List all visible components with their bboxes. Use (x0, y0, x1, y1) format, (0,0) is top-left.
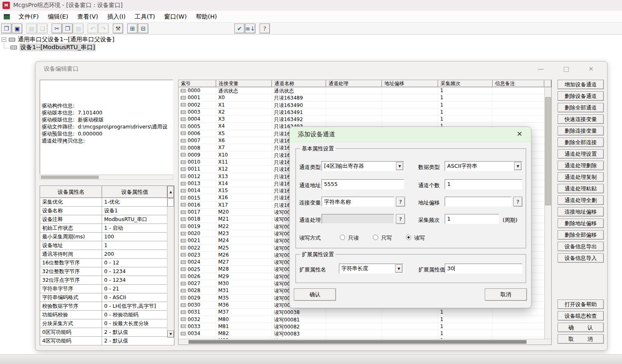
property-row[interactable]: 设备名称 设备1 (40, 207, 174, 215)
property-row[interactable]: 采集优化 1-优化 (40, 198, 174, 207)
dialog-cancel-button[interactable]: 取消 (485, 288, 527, 301)
channel-table-vscrollbar[interactable] (544, 87, 551, 339)
channel-count-input[interactable]: 1 (445, 179, 522, 189)
menu-item[interactable]: 插入(I) (102, 11, 130, 22)
save-icon[interactable]: ▣ (12, 24, 22, 33)
side-button[interactable]: 快速连接变量 (558, 114, 604, 124)
side-button[interactable]: 设备信息导出 (558, 242, 604, 251)
address-offset-input[interactable] (445, 197, 512, 207)
radio-read-write-label[interactable]: 读写 (414, 234, 425, 242)
property-row[interactable]: 32位浮点字节序 0 - 1234 (40, 276, 174, 285)
ext-attr-name-select[interactable]: 字符串长度 ▼ (339, 264, 403, 274)
menu-item[interactable]: 编辑(E) (43, 11, 73, 22)
tree-child-label[interactable]: 设备1--[ModbusRTU_串口] (19, 43, 96, 51)
channel-row[interactable]: 0032 M80 读写00081 1 (179, 316, 545, 323)
side-button[interactable]: 删除地址偏移 (558, 219, 604, 228)
dialog-close-icon[interactable]: ✕ (515, 130, 524, 138)
channel-type-select[interactable]: [4区]输出寄存器 ▼ (322, 161, 404, 171)
tree-item-child-device[interactable]: 设备1--[ModbusRTU_串口] (0, 43, 114, 51)
channel-row[interactable]: 0031 M37 读写00038 1 (179, 309, 545, 316)
menu-item[interactable]: 窗口(W) (160, 11, 191, 22)
chevron-down-icon[interactable]: ▼ (514, 162, 522, 170)
collect-freq-input[interactable]: 1 (445, 214, 499, 224)
property-row[interactable]: 4区写功能码 2 - 默认值 (40, 337, 174, 345)
driver-info-hscrollbar[interactable] (40, 175, 173, 180)
radio-read-only[interactable] (340, 235, 345, 240)
side-bottom-button[interactable]: 取 消 (558, 334, 604, 344)
menu-item[interactable]: 查看(V) (73, 11, 102, 22)
property-row[interactable]: 校验数据字节序 0 - LH[低字节,高字节] (40, 302, 174, 311)
tree-structure-alt-icon[interactable]: ⊟ (138, 24, 148, 33)
ch-header-offset[interactable]: 地址偏移 (382, 80, 438, 87)
print-preview-icon[interactable]: ❏ (37, 24, 48, 33)
ch-header-note[interactable]: 信息备注 (493, 80, 544, 87)
data-type-select[interactable]: ASCII字符串 ▼ (445, 161, 522, 171)
copy-icon[interactable]: ❐ (62, 24, 73, 33)
redo-icon[interactable]: ↷ (98, 24, 109, 33)
help-icon[interactable]: ? (260, 24, 270, 33)
cut-icon[interactable]: ✂ (52, 24, 62, 33)
side-button[interactable]: 通道处理设置 (558, 149, 604, 159)
tree-parent-label[interactable]: 通用串口父设备1--[通用串口父设备] (18, 36, 114, 43)
side-button[interactable]: 删除设备通道 (558, 91, 604, 101)
property-row[interactable]: 最小采集周期(ms) 100 (40, 233, 174, 241)
scroll-up-icon[interactable]: ▲ (167, 186, 174, 198)
side-bottom-button[interactable]: 设备组态检查 (558, 311, 604, 321)
prop-table-vscrollbar[interactable]: ▼ (167, 198, 174, 338)
tree-structure-icon[interactable]: ⊞ (127, 24, 138, 33)
print-icon[interactable]: ▤ (26, 24, 37, 33)
side-button[interactable]: 删除全部连接 (558, 138, 604, 147)
vscroll-thumb[interactable] (545, 97, 551, 205)
syntax-check-icon[interactable]: ✔ (234, 24, 245, 33)
side-bottom-button[interactable]: 确 认 (558, 323, 604, 332)
link-variable-input[interactable]: 字符串名称 (322, 197, 394, 207)
side-button[interactable]: 增加设备通道 (558, 80, 604, 89)
ch-header-index[interactable]: 索引 (179, 80, 216, 87)
paste-icon[interactable]: ▤ (73, 24, 83, 33)
side-button[interactable]: 连接地址偏移 (558, 207, 604, 216)
radio-write-only[interactable] (373, 235, 378, 240)
tools-icon[interactable]: ⚒ (113, 24, 123, 33)
sort-list-icon[interactable]: ≡↓ (245, 24, 255, 33)
undo-icon[interactable]: ↶ (88, 24, 98, 33)
property-row[interactable]: 通讯等待时间 200 (40, 250, 174, 259)
side-button[interactable]: 删除连接变量 (558, 126, 604, 136)
side-button[interactable]: 通道处理删除 (558, 161, 604, 170)
channel-row[interactable]: 0002 X1 只读163490 1 (179, 102, 545, 109)
property-row[interactable]: 16位整数字节序 0 - 12 (40, 259, 174, 267)
property-row[interactable]: 初始工作状态 1 - 启动 (40, 224, 174, 233)
close-icon[interactable]: ✕ (586, 65, 596, 73)
channel-table-hscrollbar[interactable] (179, 339, 551, 345)
property-row[interactable]: 设备地址 1 (40, 241, 174, 250)
radio-write-only-label[interactable]: 只写 (381, 234, 392, 242)
property-row[interactable]: 0区写功能码 2 - 默认值 (40, 328, 174, 337)
side-button[interactable]: 设备信息导入 (558, 253, 604, 263)
channel-process-help-button[interactable]: ? (396, 214, 405, 224)
ch-header-name[interactable]: 通道名称 (272, 80, 326, 87)
side-button[interactable]: 删除全部偏移 (558, 230, 604, 240)
channel-process-input[interactable] (322, 214, 394, 224)
side-button[interactable]: 通道处理复制 (558, 172, 604, 182)
property-row[interactable]: 字符串编码格式 0 - ASCII (40, 293, 174, 302)
menu-item[interactable]: 帮助(H) (191, 11, 222, 22)
property-row[interactable]: 设备注释 ModbusRTU_串口 (40, 215, 174, 224)
dialog-ok-button[interactable]: 确认 (294, 288, 336, 301)
ext-attr-value-input[interactable]: 30 (445, 264, 522, 274)
mdi-child-icon[interactable] (4, 14, 10, 19)
menu-item[interactable]: 工具(T) (130, 11, 160, 22)
ch-header-freq[interactable]: 采集频次 (438, 80, 493, 87)
channel-address-input[interactable]: 5555 (322, 179, 404, 189)
side-button[interactable]: 删除全部通道 (558, 103, 604, 112)
vscroll-thumb[interactable] (167, 198, 174, 207)
hscroll-thumb[interactable] (188, 340, 527, 344)
chevron-down-icon[interactable]: ▼ (396, 162, 403, 170)
channel-row[interactable]: 0003 X2 只读163491 1 (179, 109, 545, 116)
hscroll-thumb[interactable] (41, 176, 99, 179)
property-row[interactable]: 32位整数字节序 0 - 1234 (40, 267, 174, 276)
address-offset-help-button[interactable]: ? (513, 197, 522, 207)
radio-read-write[interactable] (406, 235, 411, 240)
side-button[interactable]: 通道处理全删 (558, 195, 604, 205)
tree-expander-icon[interactable]: − (2, 37, 6, 42)
channel-row[interactable]: 0000 通讯状态 通讯状态 1 (179, 87, 545, 94)
scroll-down-icon[interactable]: ▼ (167, 331, 174, 338)
